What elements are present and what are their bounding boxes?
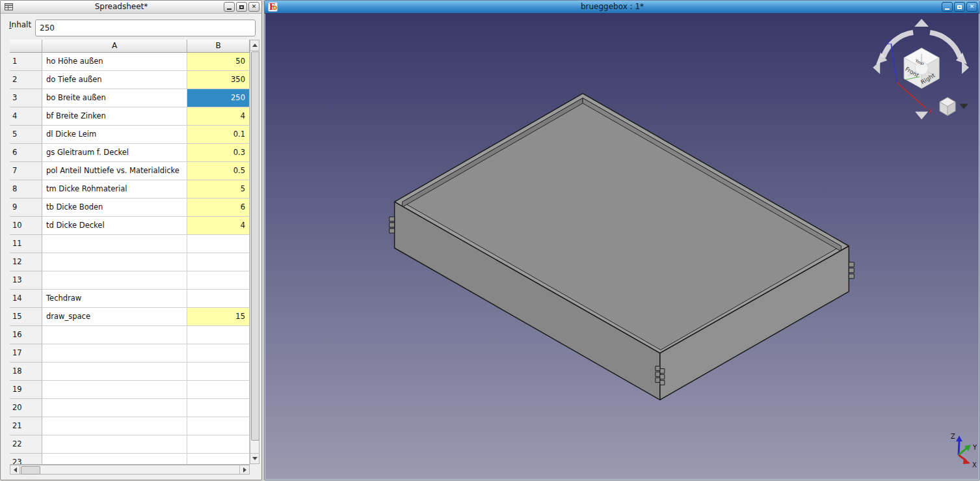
row-header-cell[interactable]: 12 [10, 253, 42, 271]
cell-a[interactable]: bf Breite Zinken [42, 107, 187, 126]
cell-a[interactable]: pol Anteil Nuttiefe vs. Materialdicke [42, 162, 187, 180]
table-row: 14Techdraw [10, 290, 250, 308]
spreadsheet-titlebar[interactable]: Spreadsheet* ✕ [1, 1, 261, 14]
cell-b[interactable] [187, 290, 250, 308]
row-header-cell[interactable]: 4 [10, 107, 42, 126]
row-header-cell[interactable]: 14 [10, 290, 42, 308]
row-header-cell[interactable]: 21 [10, 417, 42, 435]
cell-b[interactable]: 0.3 [187, 144, 250, 162]
cell-b[interactable]: 0.5 [187, 162, 250, 180]
cell-b[interactable]: 4 [187, 107, 250, 126]
maximize-button[interactable] [954, 2, 965, 12]
3d-viewport[interactable]: Top Front Right Z X [265, 13, 979, 479]
row-header-cell[interactable]: 22 [10, 435, 42, 454]
cell-b[interactable] [187, 381, 250, 399]
cell-b[interactable] [187, 326, 250, 344]
cell-a[interactable]: ho Höhe außen [42, 53, 187, 71]
cell-a[interactable]: dl Dicke Leim [42, 126, 187, 144]
row-header-cell[interactable]: 19 [10, 381, 42, 399]
cell-b[interactable] [187, 399, 250, 417]
row-header-cell[interactable]: 3 [10, 89, 42, 107]
vertical-scrollbar-thumb[interactable] [251, 51, 259, 441]
cell-a[interactable]: tm Dicke Rohmaterial [42, 180, 187, 199]
minimize-button[interactable] [224, 2, 235, 12]
finger-joints-left-corner[interactable] [390, 217, 395, 233]
row-header-cell[interactable]: 6 [10, 144, 42, 162]
table-row: 21 [10, 417, 250, 435]
row-header-cell[interactable]: 20 [10, 399, 42, 417]
scroll-up-button[interactable] [250, 40, 259, 51]
row-header-cell[interactable]: 17 [10, 344, 42, 363]
row-header-cell[interactable]: 13 [10, 271, 42, 290]
spreadsheet-table[interactable]: A B 1ho Höhe außen502do Tiefe außen3503b… [10, 40, 250, 465]
row-header-cell[interactable]: 15 [10, 308, 42, 326]
row-header-cell[interactable]: 8 [10, 180, 42, 199]
row-header-cell[interactable]: 23 [10, 454, 42, 465]
horizontal-scrollbar[interactable] [10, 465, 250, 474]
cell-a[interactable]: do Tiefe außen [42, 71, 187, 89]
row-header-cell[interactable]: 18 [10, 363, 42, 381]
minimize-button[interactable] [942, 2, 953, 12]
row-header-cell[interactable]: 7 [10, 162, 42, 180]
cell-a[interactable] [42, 344, 187, 363]
cell-a[interactable] [42, 363, 187, 381]
cell-b-selected[interactable]: 250 [187, 89, 250, 107]
cell-b[interactable]: 15 [187, 308, 250, 326]
finger-joints-right-corner[interactable] [849, 262, 854, 279]
cell-b[interactable]: 0.1 [187, 126, 250, 144]
cell-b[interactable] [187, 271, 250, 290]
row-header-cell[interactable]: 2 [10, 71, 42, 89]
cell-b[interactable]: 5 [187, 180, 250, 199]
cell-a[interactable]: draw_space [42, 308, 187, 326]
minimize-icon [227, 8, 232, 10]
cell-b[interactable]: 50 [187, 53, 250, 71]
finger-joints-front-corner[interactable] [656, 366, 665, 385]
arrow-left-icon [14, 467, 17, 473]
row-header-cell[interactable]: 9 [10, 199, 42, 217]
horizontal-scrollbar-thumb[interactable] [21, 466, 40, 474]
cell-a[interactable] [42, 381, 187, 399]
cell-content-input[interactable] [35, 20, 256, 36]
row-header-cell[interactable]: 10 [10, 217, 42, 235]
cell-a[interactable] [42, 253, 187, 271]
cell-a[interactable] [42, 399, 187, 417]
cell-a[interactable]: bo Breite außen [42, 89, 187, 107]
cell-a[interactable]: gs Gleitraum f. Deckel [42, 144, 187, 162]
vertical-scrollbar[interactable] [250, 40, 259, 464]
cell-b[interactable] [187, 435, 250, 454]
maximize-button[interactable] [236, 2, 247, 12]
viewer-titlebar[interactable]: F brueggebox : 1* ✕ [265, 1, 979, 14]
cell-a[interactable] [42, 235, 187, 253]
scroll-down-button[interactable] [250, 453, 259, 463]
cell-b[interactable] [187, 253, 250, 271]
cell-a[interactable] [42, 271, 187, 290]
cell-b[interactable]: 350 [187, 71, 250, 89]
cell-b[interactable]: 4 [187, 217, 250, 235]
cell-a[interactable] [42, 435, 187, 454]
cell-a[interactable] [42, 417, 187, 435]
maximize-icon [239, 5, 244, 9]
cell-a[interactable]: tb Dicke Boden [42, 199, 187, 217]
cell-a[interactable]: td Dicke Deckel [42, 217, 187, 235]
scroll-left-button[interactable] [10, 465, 20, 474]
close-button[interactable]: ✕ [248, 2, 259, 12]
cell-b[interactable] [187, 363, 250, 381]
row-header-cell[interactable]: 16 [10, 326, 42, 344]
cell-a[interactable] [42, 454, 187, 465]
cell-b[interactable] [187, 235, 250, 253]
close-button[interactable]: ✕ [966, 2, 977, 12]
row-header-cell[interactable]: 1 [10, 53, 42, 71]
cell-a[interactable] [42, 326, 187, 344]
column-header-b[interactable]: B [187, 40, 250, 53]
cell-b[interactable] [187, 454, 250, 465]
scroll-right-button[interactable] [239, 465, 249, 474]
row-header-cell[interactable]: 5 [10, 126, 42, 144]
cell-b[interactable]: 6 [187, 199, 250, 217]
row-header-cell[interactable]: 11 [10, 235, 42, 253]
cell-b[interactable] [187, 344, 250, 363]
minimize-icon [945, 8, 949, 10]
corner-header-cell[interactable] [10, 40, 42, 53]
cell-b[interactable] [187, 417, 250, 435]
column-header-a[interactable]: A [42, 40, 187, 53]
cell-a[interactable]: Techdraw [42, 290, 187, 308]
